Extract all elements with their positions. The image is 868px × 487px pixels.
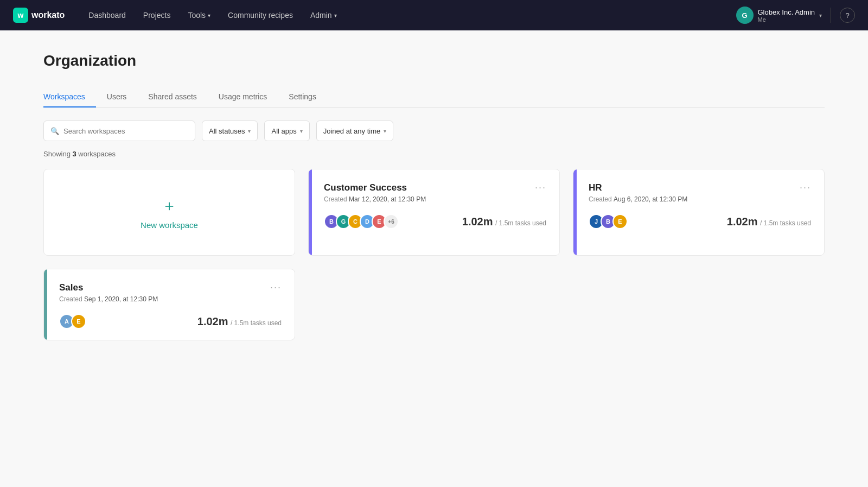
card-header: Customer Success ··· — [324, 182, 546, 193]
new-workspace-card[interactable]: ＋ New workspace — [43, 169, 295, 256]
nav-dashboard[interactable]: Dashboard — [82, 7, 132, 24]
admin-sub: Me — [758, 16, 815, 23]
tab-workspaces[interactable]: Workspaces — [43, 87, 96, 107]
task-usage: 1.02m / 1.5m tasks used — [462, 216, 546, 228]
search-input[interactable] — [63, 127, 188, 135]
nav-right: G Globex Inc. Admin Me ▾ ? — [736, 7, 856, 24]
nav-tools[interactable]: Tools ▾ — [181, 7, 217, 24]
member-avatars: J B E — [589, 214, 624, 229]
card-footer: B G C D E +6 1.02m / 1.5m tasks used — [324, 214, 546, 229]
apps-filter-label: All apps — [271, 127, 296, 135]
card-body-hr: HR ··· Created Aug 6, 2020, at 12:30 PM … — [573, 169, 824, 240]
count-text: Showing 3 workspaces — [43, 150, 825, 158]
tasks-used-value: 1.02m — [462, 216, 493, 227]
card-date-value: Sep 1, 2020, at 12:30 PM — [84, 295, 158, 303]
search-box: 🔍 — [43, 121, 195, 141]
tab-usage-metrics[interactable]: Usage metrics — [208, 87, 278, 107]
workspaces-grid: ＋ New workspace Customer Success ··· Cre… — [43, 169, 825, 340]
card-date: Created Aug 6, 2020, at 12:30 PM — [589, 195, 811, 203]
card-body-sales: Sales ··· Created Sep 1, 2020, at 12:30 … — [44, 269, 295, 340]
nav-admin[interactable]: Admin ▾ — [304, 7, 343, 24]
status-filter-label: All statuses — [209, 127, 245, 135]
nav-community[interactable]: Community recipes — [221, 7, 299, 24]
member-avatar-e: E — [71, 314, 86, 329]
help-button[interactable]: ? — [840, 8, 855, 23]
admin-name: Globex Inc. Admin — [758, 8, 815, 16]
workspace-name: HR — [589, 182, 602, 193]
card-header: Sales ··· — [59, 282, 282, 293]
apps-filter[interactable]: All apps ▾ — [264, 121, 309, 141]
task-usage: 1.02m / 1.5m tasks used — [727, 216, 811, 228]
card-date: Created Mar 12, 2020, at 12:30 PM — [324, 195, 546, 203]
navbar: w workato Dashboard Projects Tools ▾ Com… — [0, 0, 868, 30]
workspace-card-hr[interactable]: HR ··· Created Aug 6, 2020, at 12:30 PM … — [573, 169, 825, 256]
workspace-card-customer-success[interactable]: Customer Success ··· Created Mar 12, 202… — [308, 169, 560, 256]
card-menu-button[interactable]: ··· — [535, 182, 546, 192]
tab-settings[interactable]: Settings — [278, 87, 327, 107]
tabs-bar: Workspaces Users Shared assets Usage met… — [43, 87, 825, 107]
new-workspace-label: New workspace — [141, 220, 198, 230]
tools-chevron-icon: ▾ — [208, 12, 210, 18]
workspace-name: Sales — [59, 282, 83, 293]
apps-chevron-icon: ▾ — [300, 128, 303, 134]
admin-dropdown-icon: ▾ — [819, 12, 822, 18]
tab-shared-assets[interactable]: Shared assets — [137, 87, 208, 107]
page-title: Organization — [43, 52, 825, 69]
admin-chevron-icon: ▾ — [334, 12, 337, 18]
member-more-badge: +6 — [384, 214, 399, 229]
card-date: Created Sep 1, 2020, at 12:30 PM — [59, 295, 282, 303]
nav-projects[interactable]: Projects — [137, 7, 177, 24]
card-header: HR ··· — [589, 182, 811, 193]
card-accent-customer-success — [309, 169, 312, 255]
logo[interactable]: w workato — [13, 8, 65, 23]
member-avatars: B G C D E +6 — [324, 214, 395, 229]
tasks-used-value: 1.02m — [727, 216, 758, 227]
tab-users[interactable]: Users — [96, 87, 138, 107]
time-filter[interactable]: Joined at any time ▾ — [316, 121, 394, 141]
card-accent-sales — [44, 269, 47, 340]
plus-icon: ＋ — [162, 195, 177, 216]
tasks-total-value: / 1.5m tasks used — [760, 219, 811, 227]
card-footer: A E 1.02m / 1.5m tasks used — [59, 314, 282, 329]
card-date-value: Mar 12, 2020, at 12:30 PM — [349, 195, 426, 203]
admin-info: Globex Inc. Admin Me — [758, 8, 815, 23]
time-chevron-icon: ▾ — [384, 128, 386, 134]
tasks-used-value: 1.02m — [197, 315, 228, 327]
card-footer: J B E 1.02m / 1.5m tasks used — [589, 214, 811, 229]
tasks-total-value: / 1.5m tasks used — [495, 219, 546, 227]
card-menu-button[interactable]: ··· — [270, 282, 282, 292]
card-body-customer-success: Customer Success ··· Created Mar 12, 202… — [309, 169, 559, 240]
filters-bar: 🔍 All statuses ▾ All apps ▾ Joined at an… — [43, 121, 825, 141]
search-icon: 🔍 — [50, 127, 59, 135]
nav-divider — [831, 8, 831, 23]
member-avatar-e: E — [612, 214, 628, 229]
status-chevron-icon: ▾ — [248, 128, 251, 134]
status-filter[interactable]: All statuses ▾ — [202, 121, 258, 141]
task-usage: 1.02m / 1.5m tasks used — [197, 315, 282, 328]
workspace-card-sales[interactable]: Sales ··· Created Sep 1, 2020, at 12:30 … — [43, 269, 295, 340]
tasks-total-value: / 1.5m tasks used — [231, 319, 282, 327]
card-menu-button[interactable]: ··· — [800, 182, 811, 192]
member-avatars: A E — [59, 314, 83, 329]
count-number: 3 — [73, 150, 76, 158]
admin-menu-button[interactable]: G Globex Inc. Admin Me ▾ — [736, 7, 822, 24]
avatar: G — [736, 7, 754, 24]
workspace-name: Customer Success — [324, 182, 407, 193]
main-content: Organization Workspaces Users Shared ass… — [0, 30, 868, 362]
logo-icon: w — [13, 8, 28, 23]
logo-text: workato — [31, 10, 65, 20]
card-accent-hr — [573, 169, 577, 255]
card-date-value: Aug 6, 2020, at 12:30 PM — [614, 195, 687, 203]
time-filter-label: Joined at any time — [323, 127, 381, 135]
nav-links: Dashboard Projects Tools ▾ Community rec… — [82, 7, 718, 24]
